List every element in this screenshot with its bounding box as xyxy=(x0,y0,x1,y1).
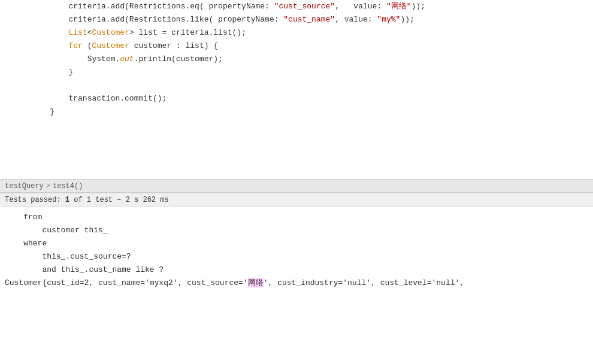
code-line xyxy=(0,79,593,92)
code-text: } xyxy=(24,66,73,78)
output-line-6: Customer{cust_id=2, cust_name='myxq2', c… xyxy=(5,277,588,290)
code-editor: criteria.add(Restrictions.eq( propertyNa… xyxy=(0,0,593,180)
code-line: List<Customer> list = criteria.list(); xyxy=(0,26,593,40)
code-text xyxy=(24,119,36,131)
code-text: for (Customer customer : list) { xyxy=(24,40,218,52)
tests-passed-label: Tests passed: 1 of 1 test – 2 s 262 ms xyxy=(5,196,169,204)
output-line-5: and this_.cust_name like ? xyxy=(5,263,588,277)
output-line-3: where xyxy=(5,237,588,250)
code-line: } xyxy=(0,66,593,79)
highlight-text: 网络 xyxy=(248,278,264,287)
breadcrumb: testQuery > test4() xyxy=(0,180,593,193)
code-line xyxy=(0,119,593,132)
code-line xyxy=(0,132,593,145)
code-text: transaction.commit(); xyxy=(24,93,167,105)
code-line: criteria.add(Restrictions.like( property… xyxy=(0,13,593,26)
code-line xyxy=(0,145,593,158)
code-text xyxy=(24,132,36,144)
output-line-4: this_.cust_source=? xyxy=(5,250,588,263)
code-line xyxy=(0,158,593,171)
output-line-2: customer this_ xyxy=(5,224,588,237)
code-text: List<Customer> list = criteria.list(); xyxy=(24,27,246,39)
code-line: criteria.add(Restrictions.eq( propertyNa… xyxy=(0,0,593,13)
test-status-bar: Tests passed: 1 of 1 test – 2 s 262 ms xyxy=(0,193,593,207)
test-panel: Tests passed: 1 of 1 test – 2 s 262 ms f… xyxy=(0,193,593,364)
code-line: System.out.println(customer); xyxy=(0,53,593,66)
breadcrumb-class: testQuery xyxy=(5,182,44,190)
breadcrumb-separator: > xyxy=(46,182,50,190)
code-text: } xyxy=(24,106,55,118)
code-line: transaction.commit(); xyxy=(0,92,593,105)
output-line-1: from xyxy=(5,211,588,224)
code-text: criteria.add(Restrictions.eq( propertyNa… xyxy=(24,1,425,13)
code-line: for (Customer customer : list) { xyxy=(0,40,593,53)
breadcrumb-method: test4() xyxy=(53,182,83,190)
code-text: criteria.add(Restrictions.like( property… xyxy=(24,14,415,26)
code-line: } xyxy=(0,105,593,119)
code-text xyxy=(24,80,36,92)
code-text: System.out.println(customer); xyxy=(24,53,223,65)
code-text xyxy=(24,145,36,157)
test-output: from customer this_ where this_.cust_sou… xyxy=(0,207,593,293)
code-text xyxy=(24,159,36,171)
